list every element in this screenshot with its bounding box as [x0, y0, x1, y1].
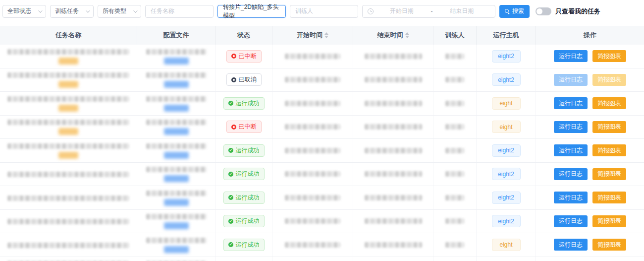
- task-name-blurred: [7, 172, 129, 177]
- status-label: 运行成功: [236, 217, 260, 225]
- start-time-blurred: [285, 54, 340, 59]
- trainer-blurred: [445, 242, 464, 248]
- model-name-input[interactable]: 转接片_2D缺陷_多头模型: [217, 5, 286, 18]
- config-link-blurred[interactable]: [164, 81, 189, 88]
- config-link-blurred[interactable]: [164, 246, 189, 253]
- status-icon: [228, 242, 233, 247]
- start-time-cell: [272, 139, 353, 162]
- config-file-cell[interactable]: [137, 116, 215, 139]
- task-name-blurred: [7, 120, 129, 125]
- task-name-cell[interactable]: [0, 139, 137, 162]
- status-cell: 运行成功: [215, 163, 272, 186]
- my-tasks-toggle[interactable]: [536, 7, 551, 15]
- task-name-cell[interactable]: [0, 116, 137, 139]
- actions-cell: 运行日志 简报图表: [536, 139, 644, 162]
- config-link-blurred[interactable]: [164, 152, 189, 159]
- status-filter-select[interactable]: 全部状态: [2, 5, 46, 18]
- end-time-cell: [353, 92, 433, 115]
- status-icon: [231, 77, 236, 82]
- report-chart-button[interactable]: 简报图表: [592, 97, 626, 109]
- table-row: 运行成功 eight 运行日志 简报图表: [0, 92, 644, 116]
- config-file-cell[interactable]: [137, 45, 215, 68]
- end-time-cell: [353, 116, 433, 139]
- trainer-placeholder: 训练人: [295, 7, 313, 15]
- task-name-blurred: [7, 243, 129, 248]
- task-name-cell[interactable]: [0, 257, 137, 261]
- report-chart-button[interactable]: 简报图表: [592, 50, 626, 62]
- sort-icon[interactable]: [324, 32, 328, 38]
- host-cell: eight2: [477, 163, 536, 186]
- report-chart-button[interactable]: 简报图表: [592, 144, 626, 156]
- config-file-blurred: [146, 72, 207, 78]
- config-link-blurred[interactable]: [164, 222, 189, 229]
- run-log-button[interactable]: 运行日志: [554, 97, 588, 109]
- config-file-cell[interactable]: [137, 233, 215, 257]
- task-name-cell[interactable]: [0, 210, 137, 233]
- trainer-cell: [433, 210, 477, 233]
- config-link-blurred[interactable]: [164, 199, 189, 206]
- actions-cell: 运行日志 简报图表: [536, 210, 644, 233]
- sort-icon[interactable]: [405, 32, 409, 38]
- report-chart-button[interactable]: 简报图表: [592, 215, 626, 227]
- task-name-blurred: [7, 72, 129, 78]
- column-header-start-time[interactable]: 开始时间: [272, 26, 353, 45]
- task-tag-blurred: [58, 58, 78, 65]
- task-type-filter-select[interactable]: 训练任务: [50, 5, 94, 18]
- status-label: 运行成功: [236, 241, 260, 249]
- task-name-cell[interactable]: [0, 186, 137, 209]
- host-cell: eight2: [477, 139, 536, 162]
- category-filter-select[interactable]: 所有类型: [98, 5, 141, 18]
- run-log-button[interactable]: 运行日志: [554, 215, 588, 227]
- task-name-input[interactable]: 任务名称: [145, 5, 214, 18]
- config-link-blurred[interactable]: [164, 58, 189, 65]
- config-file-cell[interactable]: [137, 186, 215, 209]
- config-link-blurred[interactable]: [164, 128, 189, 135]
- report-chart-button[interactable]: 简报图表: [592, 192, 626, 203]
- end-time-cell: [353, 163, 433, 186]
- status-label: 运行成功: [236, 146, 260, 155]
- config-file-cell[interactable]: [137, 139, 215, 162]
- task-type-filter-value: 训练任务: [55, 7, 79, 15]
- task-name-cell[interactable]: [0, 163, 137, 186]
- config-link-blurred[interactable]: [164, 105, 189, 112]
- report-chart-button[interactable]: 简报图表: [592, 239, 626, 251]
- host-cell: eight2: [477, 68, 536, 92]
- config-file-cell[interactable]: [137, 68, 215, 92]
- run-log-button[interactable]: 运行日志: [554, 239, 588, 251]
- status-label: 已取消: [239, 75, 257, 84]
- config-file-cell[interactable]: [137, 163, 215, 186]
- run-log-button[interactable]: 运行日志: [554, 168, 588, 180]
- search-button[interactable]: 搜索: [499, 5, 530, 18]
- table-row: 运行日志 简报图表: [0, 257, 644, 261]
- run-log-button[interactable]: 运行日志: [554, 144, 588, 156]
- config-link-blurred[interactable]: [164, 175, 189, 182]
- report-chart-button[interactable]: 简报图表: [592, 168, 626, 180]
- status-cell: 运行成功: [215, 233, 272, 257]
- task-name-cell[interactable]: [0, 233, 137, 257]
- config-file-blurred: [146, 214, 207, 219]
- task-name-cell[interactable]: [0, 68, 137, 92]
- status-icon: [228, 172, 233, 177]
- task-name-cell[interactable]: [0, 45, 137, 68]
- host-tag: eight2: [492, 73, 521, 86]
- run-log-button[interactable]: 运行日志: [554, 50, 588, 62]
- run-log-button[interactable]: 运行日志: [554, 192, 588, 203]
- date-range-picker[interactable]: 开始日期 - 结束日期: [362, 5, 495, 18]
- run-log-button[interactable]: 运行日志: [554, 121, 588, 133]
- column-header-end-time[interactable]: 结束时间: [353, 26, 433, 45]
- start-date-placeholder: 开始日期: [374, 7, 430, 15]
- status-cell: 已中断: [215, 45, 272, 68]
- status-icon: [228, 219, 233, 224]
- report-chart-button[interactable]: 简报图表: [592, 121, 626, 133]
- start-time-cell: [272, 116, 353, 139]
- config-file-blurred: [146, 238, 207, 243]
- config-file-cell[interactable]: [137, 257, 215, 261]
- config-file-cell[interactable]: [137, 210, 215, 233]
- host-tag: eight2: [492, 168, 521, 180]
- host-tag: eight2: [492, 215, 521, 227]
- status-cell: 已取消: [215, 68, 272, 92]
- config-file-cell[interactable]: [137, 92, 215, 115]
- task-name-cell[interactable]: [0, 92, 137, 115]
- task-name-blurred: [7, 143, 129, 149]
- trainer-input[interactable]: 训练人: [290, 5, 358, 18]
